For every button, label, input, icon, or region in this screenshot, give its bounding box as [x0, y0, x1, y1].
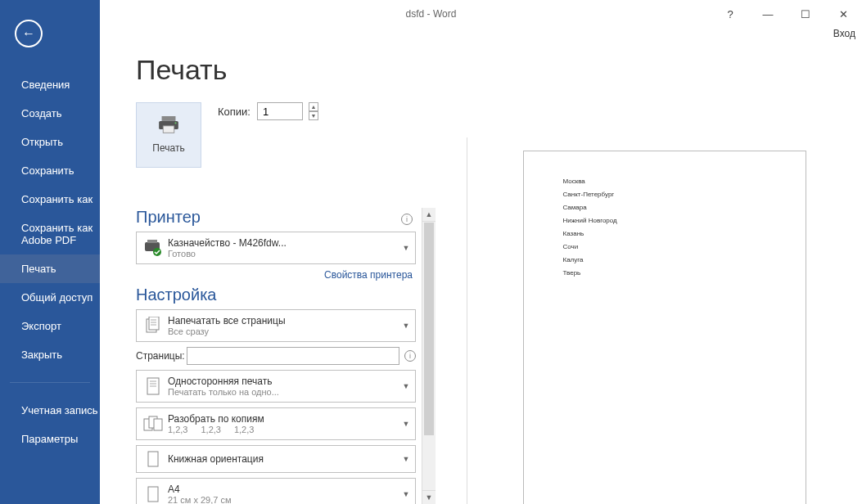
svg-rect-2 [163, 126, 174, 133]
spinner-down[interactable]: ▼ [309, 111, 318, 120]
collate-seq-row: 1,2,3 1,2,3 1,2,3 [168, 425, 400, 434]
sidebar-nav: Сведения Создать Открыть Сохранить Сохра… [0, 70, 100, 453]
sided-line2: Печатать только на одно... [168, 387, 400, 397]
copies-spinner: ▲ ▼ [309, 102, 318, 120]
sidebar-divider [10, 382, 90, 383]
preview-line: Тверь [563, 269, 806, 277]
printer-properties-link[interactable]: Свойства принтера [136, 269, 413, 281]
paper-line1: A4 [168, 484, 400, 495]
close-button[interactable]: ✕ [824, 2, 862, 25]
chevron-down-icon: ▼ [400, 244, 412, 252]
print-range-line2: Все сразу [168, 326, 400, 336]
preview-line: Москва [563, 178, 806, 185]
sidebar-item-new[interactable]: Создать [0, 99, 100, 128]
copies-label: Копии: [218, 106, 250, 118]
maximize-button[interactable]: ☐ [787, 2, 824, 25]
collate-icon [142, 412, 165, 435]
sidebar-item-print[interactable]: Печать [0, 254, 100, 283]
svg-rect-18 [154, 419, 162, 430]
collate-line1: Разобрать по копиям [168, 413, 400, 425]
scroll-down-icon[interactable]: ▼ [422, 490, 436, 504]
back-button[interactable]: ← [15, 20, 43, 47]
collate-seq: 1,2,3 [234, 425, 254, 434]
svg-rect-20 [148, 487, 158, 502]
title-bar: dsfd - Word ? — ☐ ✕ [0, 0, 862, 28]
scroll-thumb[interactable] [424, 223, 434, 435]
chevron-down-icon: ▼ [400, 455, 412, 463]
preview-line: Калуга [563, 256, 806, 263]
svg-rect-0 [162, 116, 176, 121]
settings-column: Принтер i Казначейство - M426fdw... Гото… [136, 208, 416, 504]
sidebar-item-export[interactable]: Экспорт [0, 312, 100, 340]
help-button[interactable]: ? [711, 2, 749, 25]
sided-line1: Односторонняя печать [168, 376, 400, 387]
vertical-divider [467, 137, 467, 504]
preview-line: Самара [563, 204, 806, 211]
chevron-down-icon: ▼ [400, 382, 412, 390]
printer-dropdown[interactable]: Казначейство - M426fdw... Готово ▼ [136, 232, 416, 264]
window-controls: ? — ☐ ✕ [711, 2, 862, 25]
sided-dropdown[interactable]: Односторонняя печать Печатать только на … [136, 370, 416, 403]
print-button-label: Печать [152, 142, 184, 154]
svg-rect-19 [148, 452, 158, 466]
sidebar-item-options[interactable]: Параметры [0, 425, 100, 453]
preview-line: Казань [563, 230, 806, 237]
printer-name: Казначейство - M426fdw... [168, 237, 400, 249]
pages-label: Страницы: [136, 350, 182, 362]
copies-group: Копии: ▲ ▼ [218, 102, 318, 120]
chevron-down-icon: ▼ [400, 490, 412, 498]
settings-scrollbar[interactable]: ▲ ▼ [422, 208, 436, 504]
portrait-icon [142, 448, 165, 470]
copies-input[interactable] [257, 102, 303, 120]
printer-heading: Принтер [136, 208, 201, 227]
arrow-left-icon: ← [22, 26, 35, 41]
collate-dropdown[interactable]: Разобрать по копиям 1,2,3 1,2,3 1,2,3 ▼ [136, 407, 416, 440]
sidebar-item-account[interactable]: Учетная запись [0, 396, 100, 425]
sidebar-item-open[interactable]: Открыть [0, 128, 100, 156]
settings-heading: Настройка [136, 286, 416, 304]
printer-status: Готово [168, 249, 400, 259]
collate-seq: 1,2,3 [201, 425, 220, 434]
print-preview: Москва Санкт-Петербург Самара Нижний Нов… [486, 151, 842, 504]
page-single-icon [142, 375, 165, 398]
page-title: Печать [136, 54, 862, 86]
svg-rect-5 [147, 240, 157, 243]
page-blank-icon [142, 483, 165, 504]
preview-line: Санкт-Петербург [563, 191, 806, 198]
info-icon[interactable]: i [404, 350, 416, 362]
sidebar-item-save-as-pdf[interactable]: Сохранить как Adobe PDF [0, 214, 100, 254]
sidebar-item-save[interactable]: Сохранить [0, 156, 100, 185]
backstage-sidebar: ← Сведения Создать Открыть Сохранить Сох… [0, 0, 100, 504]
pages-icon [142, 314, 165, 337]
preview-line: Нижний Новгород [563, 217, 806, 224]
print-range-dropdown[interactable]: Напечатать все страницы Все сразу ▼ [136, 309, 416, 342]
info-icon[interactable]: i [401, 214, 413, 225]
sidebar-item-save-as[interactable]: Сохранить как [0, 185, 100, 214]
orientation-line1: Книжная ориентация [168, 453, 400, 465]
scroll-up-icon[interactable]: ▲ [422, 208, 436, 222]
preview-page: Москва Санкт-Петербург Самара Нижний Нов… [523, 151, 806, 504]
svg-point-3 [174, 122, 176, 124]
paper-size-dropdown[interactable]: A4 21 см x 29,7 см ▼ [136, 478, 416, 504]
collate-seq: 1,2,3 [168, 425, 187, 434]
sidebar-item-share[interactable]: Общий доступ [0, 283, 100, 312]
spinner-up[interactable]: ▲ [309, 102, 318, 111]
print-button[interactable]: Печать [136, 102, 201, 168]
sidebar-item-close[interactable]: Закрыть [0, 340, 100, 369]
preview-line: Сочи [563, 243, 806, 250]
svg-rect-8 [149, 317, 159, 330]
minimize-button[interactable]: — [749, 2, 787, 25]
sign-in-link[interactable]: Вход [833, 28, 855, 39]
pages-input[interactable] [187, 347, 399, 365]
print-range-line1: Напечатать все страницы [168, 315, 400, 326]
sidebar-item-info[interactable]: Сведения [0, 70, 100, 99]
paper-line2: 21 см x 29,7 см [168, 495, 400, 504]
printer-icon [157, 116, 180, 134]
orientation-dropdown[interactable]: Книжная ориентация ▼ [136, 445, 416, 473]
chevron-down-icon: ▼ [400, 322, 412, 330]
pages-row: Страницы: i [136, 347, 416, 365]
chevron-down-icon: ▼ [400, 420, 412, 428]
print-backstage-main: Печать Печать Копии: ▲ ▼ Принтер i [100, 41, 862, 504]
print-settings-scroll: Принтер i Казначейство - M426fdw... Гото… [136, 208, 436, 504]
printer-status-icon [142, 236, 165, 259]
